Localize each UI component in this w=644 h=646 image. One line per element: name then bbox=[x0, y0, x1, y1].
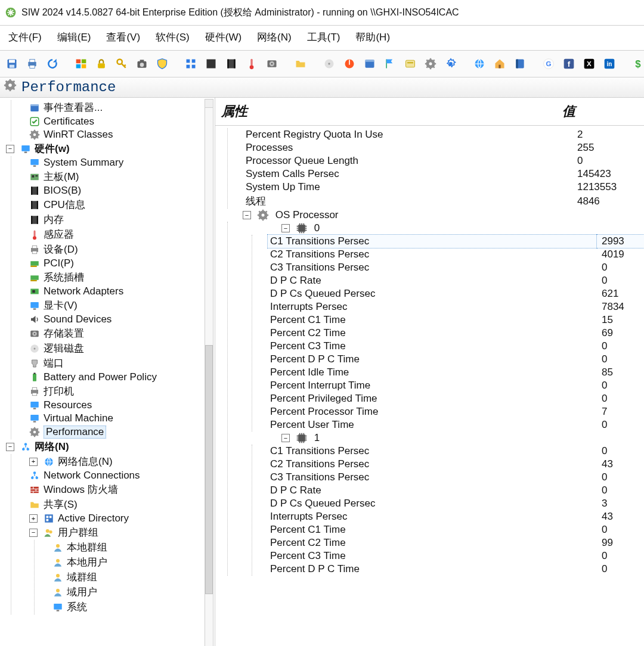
detail-row[interactable]: C3 Transitions Persec0 bbox=[268, 471, 644, 484]
tree-item-performance[interactable]: Performance bbox=[27, 425, 215, 439]
tree-item-netinfo[interactable]: +网络信息(N) bbox=[27, 454, 215, 469]
scroll-up-icon[interactable] bbox=[205, 99, 213, 108]
detail-row[interactable]: Processor Queue Length0 bbox=[243, 154, 644, 167]
scroll-thumb[interactable] bbox=[205, 345, 213, 594]
tool-film-icon[interactable] bbox=[224, 57, 239, 71]
detail-row[interactable]: C2 Transitions Persec43 bbox=[268, 458, 644, 471]
detail-row[interactable]: C1 Transitions Persec0 bbox=[268, 445, 644, 458]
tool-flag-icon[interactable] bbox=[383, 57, 397, 71]
tree-item-firewall[interactable]: Windows 防火墙 bbox=[27, 482, 215, 497]
tree-item-share[interactable]: 共享(S) bbox=[27, 497, 215, 512]
tree-item-nic[interactable]: Network Adapters bbox=[27, 285, 215, 298]
tree-item-mobo[interactable]: 主板(M) bbox=[27, 169, 215, 184]
tool-windows-icon[interactable] bbox=[74, 57, 88, 71]
tool-settings-icon[interactable] bbox=[444, 57, 458, 71]
detail-body[interactable]: Percent Registry Quota In Use2Processes2… bbox=[215, 126, 644, 646]
detail-row[interactable]: Percent Privileged Time0 bbox=[268, 392, 644, 405]
detail-row[interactable]: C2 Transitions Persec4019 bbox=[268, 248, 644, 261]
scroll-track[interactable] bbox=[205, 108, 213, 646]
tree-item-vm[interactable]: Virtual Machine bbox=[27, 412, 215, 425]
tree-item-pci[interactable]: PCI(P) bbox=[27, 257, 215, 270]
detail-row[interactable]: Percent C2 Time69 bbox=[268, 327, 644, 340]
tree-item-domainusers[interactable]: 域用户 bbox=[50, 585, 215, 600]
detail-row[interactable]: Processes255 bbox=[243, 141, 644, 154]
tool-app-icon[interactable] bbox=[363, 57, 377, 71]
detail-row[interactable]: Percent Idle Time85 bbox=[268, 366, 644, 379]
tree-item-bios[interactable]: BIOS(B) bbox=[27, 184, 215, 197]
tree-item-winrt[interactable]: WinRT Classes bbox=[27, 128, 215, 141]
tree-item-users[interactable]: −用户群组 bbox=[27, 525, 215, 540]
tree-item-localusers[interactable]: 本地用户 bbox=[50, 555, 215, 570]
tool-book-icon[interactable] bbox=[513, 57, 527, 71]
detail-row[interactable]: Percent Processor Time7 bbox=[268, 405, 644, 418]
tree-item-resources[interactable]: Resources bbox=[27, 399, 215, 412]
tree-item-netconn[interactable]: Network Connections bbox=[27, 469, 215, 482]
tool-dollar-icon[interactable] bbox=[631, 57, 644, 71]
detail-row[interactable]: Percent D P C Time0 bbox=[268, 563, 644, 576]
tool-lock-icon[interactable] bbox=[94, 57, 109, 71]
expand-icon[interactable]: + bbox=[29, 458, 38, 466]
tool-refresh-icon[interactable] bbox=[45, 57, 60, 71]
tool-thermo-icon[interactable] bbox=[244, 57, 259, 71]
tree-item-mem[interactable]: 内存 bbox=[27, 212, 215, 227]
detail-row[interactable]: Interrupts Persec43 bbox=[268, 510, 644, 523]
tool-cog-icon[interactable] bbox=[423, 57, 438, 71]
menu-software[interactable]: 软件(S) bbox=[153, 28, 192, 46]
detail-group-processor-1[interactable]: − 1 bbox=[243, 431, 644, 445]
tool-save-icon[interactable] bbox=[5, 57, 19, 71]
detail-row[interactable]: Percent Registry Quota In Use2 bbox=[243, 128, 644, 141]
tool-search-icon[interactable] bbox=[322, 57, 336, 71]
detail-row[interactable]: Percent C3 Time0 bbox=[268, 340, 644, 353]
tree-item-localgroups[interactable]: 本地群组 bbox=[50, 540, 215, 555]
tree-item-battery[interactable]: Battery and Power Policy bbox=[27, 371, 215, 384]
detail-row[interactable]: Percent C1 Time0 bbox=[268, 523, 644, 536]
nav-tree[interactable]: 事件查看器... Certificates WinRT Classes −硬件(… bbox=[0, 98, 215, 617]
detail-group-os-processor[interactable]: − OS Processor bbox=[219, 209, 644, 222]
detail-row[interactable]: 线程4846 bbox=[243, 194, 644, 209]
tree-group-hardware[interactable]: −硬件(w) bbox=[4, 141, 215, 156]
collapse-icon[interactable]: − bbox=[243, 211, 251, 219]
tool-print-icon[interactable] bbox=[25, 57, 39, 71]
tool-camera-icon[interactable] bbox=[135, 57, 149, 71]
column-value[interactable]: 值 bbox=[556, 98, 644, 125]
detail-row[interactable]: System Up Time1213553 bbox=[243, 181, 644, 194]
collapse-icon[interactable]: − bbox=[6, 443, 14, 451]
tree-item-slots[interactable]: 系统插槽 bbox=[27, 270, 215, 285]
tree-item-devices[interactable]: 设备(D) bbox=[27, 242, 215, 257]
tool-facebook-icon[interactable] bbox=[562, 57, 576, 71]
tool-card-icon[interactable] bbox=[403, 57, 417, 71]
detail-row[interactable]: Percent C3 Time0 bbox=[268, 549, 644, 563]
tool-key-icon[interactable] bbox=[114, 57, 129, 71]
tool-power-icon[interactable] bbox=[342, 57, 357, 71]
tool-grid-icon[interactable] bbox=[184, 57, 198, 71]
menu-view[interactable]: 查看(V) bbox=[104, 28, 143, 46]
tree-item-ad[interactable]: +Active Directory bbox=[27, 512, 215, 525]
tree-item-sys-summary[interactable]: System Summary bbox=[27, 156, 215, 169]
tree-item-printers[interactable]: 打印机 bbox=[27, 384, 215, 399]
detail-row[interactable]: D P C Rate0 bbox=[268, 274, 644, 287]
tree-item-event-viewer[interactable]: 事件查看器... bbox=[27, 100, 215, 115]
tree-group-network[interactable]: −网络(N) bbox=[4, 439, 215, 454]
menu-file[interactable]: 文件(F) bbox=[6, 28, 44, 46]
detail-group-processor-0[interactable]: − 0 bbox=[243, 222, 644, 235]
detail-row[interactable]: D P Cs Queued Persec3 bbox=[268, 497, 644, 510]
tool-home-icon[interactable] bbox=[493, 57, 507, 71]
detail-row[interactable]: C3 Transitions Persec0 bbox=[268, 261, 644, 274]
tool-x-icon[interactable] bbox=[582, 57, 596, 71]
tool-linkedin-icon[interactable] bbox=[602, 57, 617, 71]
tree-item-sound[interactable]: Sound Devices bbox=[27, 313, 215, 326]
detail-row[interactable]: Percent C1 Time15 bbox=[268, 313, 644, 327]
tree-item-gpu[interactable]: 显卡(V) bbox=[27, 298, 215, 313]
detail-row[interactable]: D P Cs Queued Persec621 bbox=[268, 287, 644, 300]
collapse-icon[interactable]: − bbox=[6, 145, 14, 153]
menu-hardware[interactable]: 硬件(W) bbox=[203, 28, 244, 46]
detail-row[interactable]: System Calls Persec145423 bbox=[243, 167, 644, 181]
tree-item-system[interactable]: 系统 bbox=[50, 600, 215, 614]
detail-row[interactable]: Interrupts Persec7834 bbox=[268, 300, 644, 313]
detail-row[interactable]: Percent Interrupt Time0 bbox=[268, 379, 644, 392]
tree-item-domaingroups[interactable]: 域群组 bbox=[50, 570, 215, 585]
tool-google-icon[interactable] bbox=[541, 57, 556, 71]
detail-row[interactable]: C1 Transitions Persec2993 bbox=[268, 235, 644, 248]
tree-item-logical[interactable]: 逻辑磁盘 bbox=[27, 341, 215, 356]
collapse-icon[interactable]: − bbox=[281, 434, 290, 442]
